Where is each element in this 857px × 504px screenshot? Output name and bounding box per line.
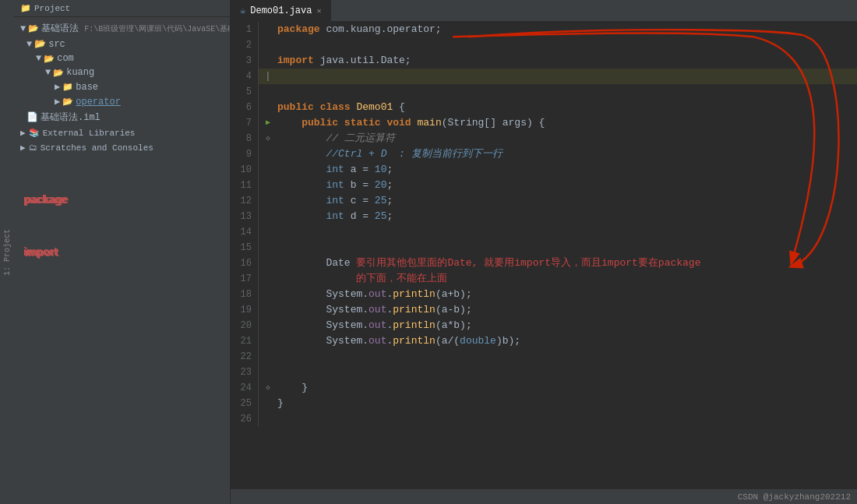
gutter-17 <box>262 271 274 287</box>
line-content-19: System.out.println(a-b); <box>274 302 857 318</box>
tree-label-ext-libs: External Libraries <box>43 129 136 138</box>
line-num-6: 6 <box>231 100 259 115</box>
code-line-15: 15 <box>231 240 857 256</box>
line-num-2: 2 <box>231 37 259 53</box>
path-hint: F:\B班级管理\网课班\代码\JavaSE\基础 <box>84 23 230 34</box>
gutter-4: | <box>262 69 274 84</box>
line-num-26: 26 <box>231 411 259 427</box>
code-editor[interactable]: 1 package com.kuang.operator; 2 3 import… <box>231 22 857 488</box>
gutter-5 <box>262 84 274 100</box>
tree-label-com: com <box>57 53 74 64</box>
code-line-20: 20 System.out.println(a*b); <box>231 318 857 333</box>
line-num-13: 13 <box>231 209 259 224</box>
package-annotation: package <box>25 193 69 206</box>
line-content-24: } <box>274 380 857 396</box>
line-content-22 <box>274 349 857 365</box>
iml-icon: 📄 <box>26 111 38 123</box>
line-num-19: 19 <box>231 302 259 318</box>
line-num-17: 17 <box>231 271 259 287</box>
code-line-5: 5 <box>231 84 857 100</box>
tree-item-root[interactable]: ▼ 📂 基础语法 F:\B班级管理\网课班\代码\JavaSE\基础 <box>14 20 230 37</box>
tree-item-ext-libs[interactable]: ▶ 📚 External Libraries <box>14 125 230 140</box>
line-content-15 <box>274 240 857 256</box>
scratch-icon: 🗂 <box>29 143 37 153</box>
gutter-13 <box>262 209 274 224</box>
line-content-2 <box>274 37 857 53</box>
line-content-9: //Ctrl + D : 复制当前行到下一行 <box>274 146 857 162</box>
code-line-11: 11 int b = 20; <box>231 178 857 193</box>
line-content-14 <box>274 224 857 240</box>
tree-item-com[interactable]: ▼ 📂 com <box>14 51 230 65</box>
line-num-16: 16 <box>231 256 259 271</box>
tab-demo01[interactable]: ☕ Demo01.java ✕ <box>231 0 331 21</box>
line-content-25: } <box>274 396 857 411</box>
tab-filename: Demo01.java <box>250 5 312 16</box>
line-num-23: 23 <box>231 365 259 380</box>
code-line-12: 12 int c = 25; <box>231 193 857 209</box>
code-line-6: 6 public class Demo01 { <box>231 100 857 115</box>
gutter-25 <box>262 396 274 411</box>
gutter-26 <box>262 411 274 427</box>
line-content-23 <box>274 365 857 380</box>
code-line-19: 19 System.out.println(a-b); <box>231 302 857 318</box>
code-line-4: 4 | <box>231 69 857 84</box>
line-content-16: Date 要引用其他包里面的Date, 就要用import导入，而且import… <box>274 256 857 271</box>
folder-icon: 📂 <box>28 23 39 33</box>
line-num-4: 4 <box>231 69 259 84</box>
gutter-9 <box>262 146 274 162</box>
tree-item-base[interactable]: ▶ 📁 base <box>14 79 230 94</box>
line-content-3: import java.util.Date; <box>274 53 857 69</box>
gutter-10 <box>262 162 274 178</box>
import-annotation: import <box>25 246 59 259</box>
tree-item-scratches[interactable]: ▶ 🗂 Scratches and Consoles <box>14 140 230 155</box>
tab-close-icon[interactable]: ✕ <box>316 6 321 16</box>
tree-item-iml[interactable]: 📄 基础语法.iml <box>14 109 230 125</box>
gutter-15 <box>262 240 274 256</box>
sidebar-tree[interactable]: ▼ 📂 基础语法 F:\B班级管理\网课班\代码\JavaSE\基础 ▼ 📂 s… <box>14 17 230 504</box>
tree-label-iml: 基础语法.iml <box>41 111 101 124</box>
line-content-6: public class Demo01 { <box>274 100 857 115</box>
watermark: CSDN @jackyzhang202212 <box>738 492 851 502</box>
code-line-23: 23 <box>231 365 857 380</box>
tab-icon: ☕ <box>240 5 245 16</box>
project-icon: 📁 <box>20 3 31 13</box>
status-bar: CSDN @jackyzhang202212 <box>231 488 857 504</box>
tree-item-src[interactable]: ▼ 📂 src <box>14 37 230 51</box>
line-num-9: 9 <box>231 146 259 162</box>
tree-item-operator[interactable]: ▶ 📂 operator <box>14 94 230 109</box>
code-line-8: 8 ◇ // 二元运算符 <box>231 131 857 146</box>
line-num-12: 12 <box>231 193 259 209</box>
base-icon: 📁 <box>62 82 73 92</box>
line-num-5: 5 <box>231 84 259 100</box>
line-content-8: // 二元运算符 <box>274 131 857 146</box>
line-content-4 <box>274 69 857 84</box>
code-line-24: 24 ◇ } <box>231 380 857 396</box>
code-line-17: 17 的下面，不能在上面 <box>231 271 857 287</box>
gutter-1 <box>262 22 274 37</box>
tree-label-base: base <box>76 82 98 93</box>
tree-item-kuang[interactable]: ▼ 📂 kuang <box>14 65 230 79</box>
sidebar-title: Project <box>34 4 70 13</box>
code-line-16: 16 Date 要引用其他包里面的Date, 就要用import导入，而且imp… <box>231 256 857 271</box>
line-num-24: 24 <box>231 380 259 396</box>
line-num-21: 21 <box>231 333 259 349</box>
line-num-20: 20 <box>231 318 259 333</box>
line-num-25: 25 <box>231 396 259 411</box>
line-num-11: 11 <box>231 178 259 193</box>
code-line-10: 10 int a = 10; <box>231 162 857 178</box>
line-num-14: 14 <box>231 224 259 240</box>
code-line-18: 18 System.out.println(a+b); <box>231 287 857 302</box>
tab-bar: ☕ Demo01.java ✕ <box>231 0 857 22</box>
gutter-16 <box>262 256 274 271</box>
tree-label-src: src <box>48 39 65 50</box>
line-num-7: 7 <box>231 115 259 131</box>
tree-label-operator: operator <box>76 97 121 107</box>
com-icon: 📂 <box>44 54 55 64</box>
gutter-12 <box>262 193 274 209</box>
expand-icon-scratch: ▶ <box>20 143 26 153</box>
gutter-6 <box>262 100 274 115</box>
expand-icon-ext: ▶ <box>20 128 26 138</box>
line-content-5 <box>274 84 857 100</box>
gutter-14 <box>262 224 274 240</box>
expand-icon-base: ▶ <box>55 81 60 93</box>
